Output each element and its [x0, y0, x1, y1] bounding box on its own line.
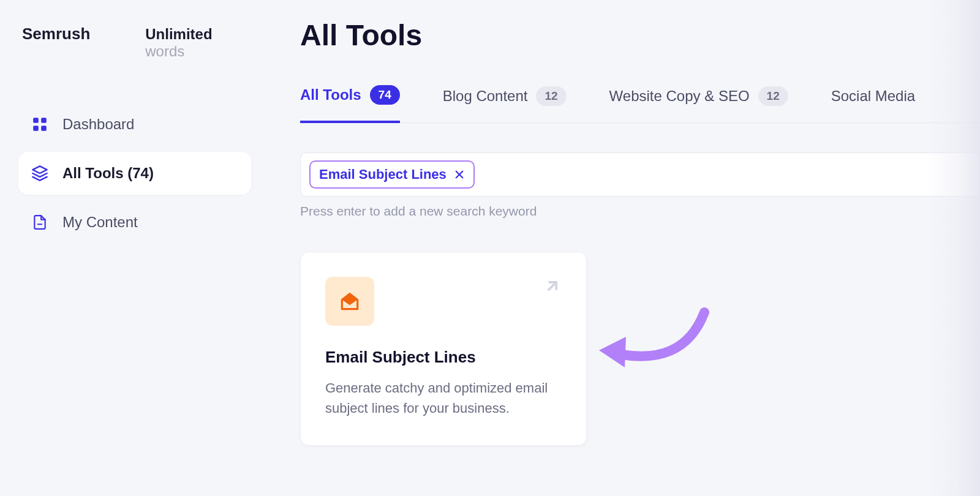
- search-chip: Email Subject Lines: [309, 160, 475, 189]
- tab-website-copy-seo[interactable]: Website Copy & SEO 12: [609, 86, 788, 122]
- tab-all-tools[interactable]: All Tools 74: [300, 85, 400, 123]
- sidebar-item-label: All Tools (74): [62, 165, 154, 182]
- tab-count-badge: 74: [370, 85, 400, 105]
- plan-label: Unlimited: [145, 26, 212, 42]
- tab-count-badge: 12: [758, 86, 788, 106]
- tab-social-media[interactable]: Social Media: [831, 88, 915, 121]
- search-hint: Press enter to add a new search keyword: [300, 204, 980, 219]
- svg-rect-2: [33, 126, 39, 131]
- search-chip-text: Email Subject Lines: [319, 167, 447, 182]
- close-icon[interactable]: [454, 169, 465, 180]
- tool-card-email-subject-lines[interactable]: Email Subject Lines Generate catchy and …: [300, 252, 587, 446]
- sidebar-item-dashboard[interactable]: Dashboard: [18, 103, 251, 146]
- tabs: All Tools 74 Blog Content 12 Website Cop…: [300, 85, 980, 123]
- card-title: Email Subject Lines: [325, 348, 562, 367]
- main-content: All Tools All Tools 74 Blog Content 12 W…: [263, 0, 980, 496]
- envelope-icon: [325, 277, 374, 326]
- tab-label: Website Copy & SEO: [609, 88, 750, 105]
- sidebar-item-label: My Content: [62, 214, 138, 231]
- sidebar: Semrush Unlimited words Dashboard All To…: [0, 0, 263, 496]
- sidebar-item-all-tools[interactable]: All Tools (74): [18, 152, 251, 195]
- card-description: Generate catchy and optimized email subj…: [325, 378, 562, 418]
- file-icon: [31, 213, 49, 231]
- plan-indicator: Unlimited words: [145, 26, 251, 60]
- arrow-up-right-icon: [543, 277, 562, 298]
- tab-blog-content[interactable]: Blog Content 12: [443, 86, 567, 122]
- svg-rect-1: [41, 118, 47, 123]
- grid-icon: [31, 115, 49, 133]
- tab-label: Social Media: [831, 88, 915, 105]
- search-input[interactable]: Email Subject Lines: [300, 152, 980, 197]
- svg-rect-0: [33, 118, 39, 123]
- sidebar-item-my-content[interactable]: My Content: [18, 201, 251, 244]
- tab-count-badge: 12: [536, 86, 566, 106]
- tab-label: All Tools: [300, 86, 361, 103]
- tab-label: Blog Content: [443, 88, 528, 105]
- layers-icon: [31, 164, 49, 182]
- svg-rect-3: [41, 126, 47, 131]
- page-title: All Tools: [300, 18, 980, 52]
- card-header: [325, 277, 562, 326]
- sidebar-nav: Dashboard All Tools (74) My Content: [18, 103, 251, 244]
- sidebar-item-label: Dashboard: [62, 116, 134, 133]
- plan-suffix: words: [145, 43, 184, 59]
- svg-marker-4: [32, 166, 47, 173]
- brand-logo: Semrush: [22, 24, 90, 43]
- brand-row: Semrush Unlimited words: [18, 24, 251, 60]
